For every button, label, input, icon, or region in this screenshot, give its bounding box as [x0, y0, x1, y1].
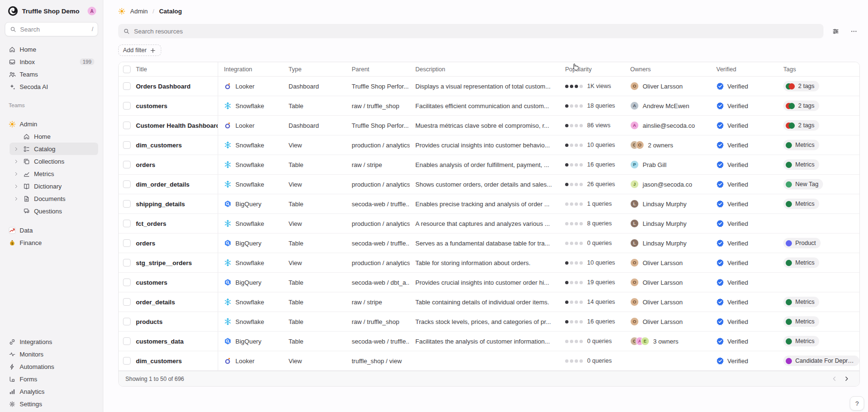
row-checkbox[interactable]	[123, 161, 131, 168]
row-checkbox[interactable]	[123, 298, 131, 306]
column-header-tags[interactable]: Tags	[778, 62, 859, 76]
row-checkbox-cell[interactable]	[119, 96, 135, 115]
table-row[interactable]: stg_stripe__ordersSnowflakeViewproductio…	[119, 253, 859, 273]
sidebar-item-catalog[interactable]: Catalog	[10, 143, 98, 155]
column-header-owners[interactable]: Owners	[624, 62, 711, 76]
resource-title[interactable]: orders	[135, 155, 218, 174]
sidebar-item-questions[interactable]: Questions	[10, 205, 98, 217]
table-row[interactable]: customers_dataBigQueryTablesecoda-web / …	[119, 332, 859, 351]
sidebar-item-inbox[interactable]: Inbox199	[5, 56, 98, 68]
resource-title[interactable]: order_details	[135, 292, 218, 312]
view-options-button[interactable]	[829, 25, 842, 37]
table-row[interactable]: productsSnowflakeTableraw / truffle_shop…	[119, 312, 859, 332]
row-checkbox-cell[interactable]	[119, 135, 135, 155]
column-header-verified[interactable]: Verified	[711, 62, 778, 76]
resource-title[interactable]: customers	[135, 96, 218, 115]
resource-title[interactable]: stg_stripe__orders	[135, 253, 218, 272]
row-checkbox-cell[interactable]	[119, 312, 135, 331]
row-checkbox-cell[interactable]	[119, 253, 135, 272]
resource-title[interactable]: orders	[135, 234, 218, 253]
workspace-switcher[interactable]: Truffle Shop Demo A	[5, 5, 98, 17]
resource-title[interactable]: Customer Health Dashboard	[135, 116, 218, 135]
row-checkbox-cell[interactable]	[119, 292, 135, 312]
resource-title[interactable]: shipping_details	[135, 194, 218, 213]
tag-pill[interactable]: 2 tags	[783, 81, 819, 91]
tag-pill[interactable]: Metrics	[783, 159, 819, 170]
tag-pill[interactable]: 2 tags	[783, 120, 819, 131]
sidebar-item-admin[interactable]: Admin	[5, 118, 98, 130]
sidebar-item-documents[interactable]: Documents	[10, 192, 98, 205]
table-row[interactable]: order_detailsSnowflakeTableraw / stripeT…	[119, 292, 859, 312]
row-checkbox-cell[interactable]	[119, 155, 135, 174]
row-checkbox-cell[interactable]	[119, 77, 135, 96]
more-options-button[interactable]	[847, 25, 860, 37]
resource-title[interactable]: dim_order_details	[135, 175, 218, 194]
row-checkbox[interactable]	[123, 180, 131, 188]
resource-title[interactable]: dim_customers	[135, 351, 218, 370]
row-checkbox[interactable]	[123, 239, 131, 247]
add-filter-button[interactable]: Add filter	[118, 45, 161, 56]
row-checkbox[interactable]	[123, 278, 131, 286]
table-row[interactable]: fct_ordersSnowflakeViewproduction / anal…	[119, 214, 859, 234]
sidebar-item-data[interactable]: Data	[5, 224, 98, 236]
row-checkbox-cell[interactable]	[119, 194, 135, 213]
table-row[interactable]: dim_customersSnowflakeViewproduction / a…	[119, 135, 859, 155]
breadcrumb-team[interactable]: Admin	[130, 8, 148, 15]
row-checkbox-cell[interactable]	[119, 234, 135, 253]
sidebar-item-collections[interactable]: Collections	[10, 155, 98, 167]
table-row[interactable]: customersBigQueryTablesecoda-web / dbt_a…	[119, 273, 859, 292]
select-all-checkbox-cell[interactable]	[119, 62, 135, 76]
column-header-title[interactable]: Title	[135, 62, 218, 76]
resource-title[interactable]: fct_orders	[135, 214, 218, 233]
help-button[interactable]: ?	[850, 396, 864, 411]
tag-pill[interactable]: Metrics	[783, 336, 819, 346]
tag-pill[interactable]: Metrics	[783, 140, 819, 150]
row-checkbox[interactable]	[123, 200, 131, 208]
row-checkbox-cell[interactable]	[119, 175, 135, 194]
row-checkbox-cell[interactable]	[119, 214, 135, 233]
select-all-checkbox[interactable]	[123, 66, 131, 73]
row-checkbox[interactable]	[123, 259, 131, 267]
sidebar-item-finance[interactable]: $Finance	[5, 236, 98, 249]
table-row[interactable]: shipping_detailsBigQueryTablesecoda-web …	[119, 194, 859, 214]
resource-title[interactable]: products	[135, 312, 218, 331]
row-checkbox[interactable]	[123, 357, 131, 365]
column-header-parent[interactable]: Parent	[346, 62, 410, 76]
row-checkbox[interactable]	[123, 141, 131, 149]
sidebar-item-forms[interactable]: Forms	[5, 373, 98, 385]
row-checkbox[interactable]	[123, 220, 131, 227]
tag-pill[interactable]: Metrics	[783, 199, 819, 209]
row-checkbox[interactable]	[123, 102, 131, 110]
user-avatar[interactable]: A	[88, 7, 96, 15]
column-header-description[interactable]: Description	[410, 62, 559, 76]
table-row[interactable]: ordersSnowflakeTableraw / stripeEnables …	[119, 155, 859, 175]
resource-title[interactable]: customers	[135, 273, 218, 292]
table-row[interactable]: customersSnowflakeTableraw / truffle_sho…	[119, 96, 859, 116]
sidebar-item-dictionary[interactable]: Dictionary	[10, 180, 98, 192]
sidebar-item-secoda-ai[interactable]: Secoda AI	[5, 80, 98, 93]
table-row[interactable]: dim_order_detailsSnowflakeViewproduction…	[119, 175, 859, 194]
tag-pill[interactable]: Metrics	[783, 316, 819, 327]
row-checkbox[interactable]	[123, 82, 131, 90]
prev-page-button[interactable]	[828, 373, 840, 385]
sidebar-item-analytics[interactable]: Analytics	[5, 385, 98, 398]
resource-title[interactable]: dim_customers	[135, 135, 218, 155]
tag-pill[interactable]: New Tag	[783, 179, 823, 189]
sidebar-item-integrations[interactable]: Integrations	[5, 335, 98, 348]
sidebar-search-input[interactable]: Search /	[5, 22, 98, 36]
resource-title[interactable]: customers_data	[135, 332, 218, 351]
sidebar-item-settings[interactable]: Settings	[5, 398, 98, 410]
row-checkbox-cell[interactable]	[119, 351, 135, 370]
column-header-popularity[interactable]: Popularity	[559, 62, 624, 76]
sidebar-item-teams[interactable]: Teams	[5, 68, 98, 80]
sidebar-item-metrics[interactable]: Metrics	[10, 167, 98, 180]
sidebar-item-automations[interactable]: Automations	[5, 360, 98, 373]
table-row[interactable]: Orders DashboardLookerDashboardTruffle S…	[119, 77, 859, 96]
row-checkbox[interactable]	[123, 318, 131, 325]
row-checkbox-cell[interactable]	[119, 332, 135, 351]
table-row[interactable]: Customer Health DashboardLookerDashboard…	[119, 116, 859, 135]
resource-search-input[interactable]: Search resources	[118, 24, 823, 38]
resource-title[interactable]: Orders Dashboard	[135, 77, 218, 96]
row-checkbox-cell[interactable]	[119, 116, 135, 135]
tag-pill[interactable]: Candidate For Depre...	[783, 356, 859, 366]
